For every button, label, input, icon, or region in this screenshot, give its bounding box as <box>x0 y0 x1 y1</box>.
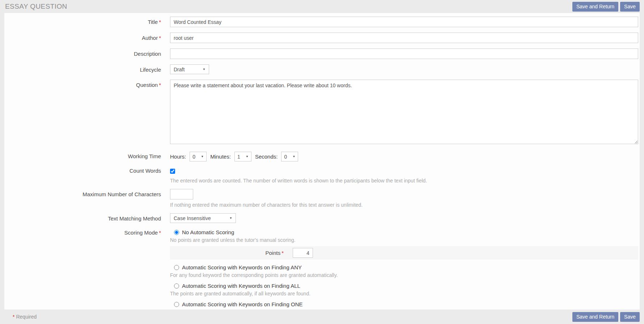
description-row: Description <box>4 49 640 59</box>
count-words-row: Count Words The entered words are counte… <box>4 167 640 184</box>
dropdown-arrow-icon: ▼ <box>293 155 296 158</box>
working-time-row: Working Time Hours: 0 ▼ Minutes: 1 ▼ Sec… <box>4 151 640 161</box>
max-characters-help: If nothing entered the maximum number of… <box>170 202 638 208</box>
scoring-option-keywords-one: Automatic Scoring with Keywords on Findi… <box>170 301 638 310</box>
description-input[interactable] <box>170 49 638 59</box>
author-input[interactable] <box>170 33 638 43</box>
keywords-any-help: For any found keyword the corresponding … <box>170 272 638 278</box>
question-row: Question* <box>4 80 640 146</box>
dropdown-arrow-icon: ▼ <box>229 216 232 220</box>
no-automatic-scoring-help: No points are granted unless the tutor's… <box>170 237 638 243</box>
scoring-mode-label: Scoring Mode* <box>4 228 161 310</box>
dropdown-arrow-icon: ▼ <box>246 155 249 158</box>
author-row: Author* <box>4 33 640 43</box>
title-row: Title* <box>4 17 640 27</box>
question-label: Question* <box>4 80 161 146</box>
top-toolbar: ESSAY QUESTION Save and Return Save <box>0 0 644 13</box>
count-words-help: The entered words are counted. The numbe… <box>170 178 638 184</box>
scoring-mode-row: Scoring Mode* No Automatic Scoring No po… <box>4 228 640 310</box>
text-matching-selected-value: Case Insensitive <box>174 215 211 221</box>
dropdown-arrow-icon: ▼ <box>201 155 204 158</box>
hours-label: Hours: <box>170 153 186 160</box>
top-button-group: Save and Return Save <box>572 2 640 12</box>
no-automatic-scoring-label[interactable]: No Automatic Scoring <box>182 229 234 235</box>
text-matching-label: Text Matching Method <box>4 213 161 223</box>
text-matching-select[interactable]: Case Insensitive ▼ <box>170 213 236 223</box>
lifecycle-selected-value: Draft <box>174 67 185 72</box>
keywords-any-radio[interactable] <box>174 265 179 270</box>
keywords-one-help: The points are granted automatically, if… <box>170 309 638 310</box>
minutes-label: Minutes: <box>210 153 231 160</box>
required-asterisk: * <box>13 314 14 320</box>
essay-question-form: Title* Author* Description Lifecycle Dra… <box>4 13 640 310</box>
required-asterisk: * <box>281 250 284 256</box>
count-words-label: Count Words <box>4 167 161 184</box>
keywords-one-label[interactable]: Automatic Scoring with Keywords on Findi… <box>182 301 302 307</box>
seconds-value: 0 <box>284 154 287 160</box>
keywords-any-label[interactable]: Automatic Scoring with Keywords on Findi… <box>182 264 302 270</box>
required-asterisk: * <box>159 19 161 25</box>
minutes-value: 1 <box>237 154 240 160</box>
hours-value: 0 <box>192 154 195 160</box>
lifecycle-select[interactable]: Draft ▼ <box>170 64 209 74</box>
required-asterisk: * <box>159 35 161 41</box>
lifecycle-row: Lifecycle Draft ▼ <box>4 64 640 74</box>
title-label: Title* <box>4 17 161 27</box>
keywords-all-help: The points are granted automatically, if… <box>170 291 638 296</box>
required-asterisk: * <box>159 82 161 88</box>
hours-select[interactable]: 0 ▼ <box>190 152 207 161</box>
working-time-label: Working Time <box>4 151 161 161</box>
save-and-return-button[interactable]: Save and Return <box>572 312 618 322</box>
count-words-checkbox[interactable] <box>170 169 175 174</box>
description-label: Description <box>4 49 161 59</box>
max-characters-label: Maximum Number of Characters <box>4 189 161 208</box>
save-button[interactable]: Save <box>620 2 640 12</box>
keywords-all-label[interactable]: Automatic Scoring with Keywords on Findi… <box>182 283 300 289</box>
lifecycle-label: Lifecycle <box>4 64 161 74</box>
no-automatic-scoring-radio[interactable] <box>174 230 179 235</box>
save-and-return-button[interactable]: Save and Return <box>572 2 618 12</box>
points-input[interactable] <box>293 248 313 258</box>
title-input[interactable] <box>170 17 638 27</box>
scoring-option-no-automatic: No Automatic Scoring No points are grant… <box>170 229 638 260</box>
page-title: ESSAY QUESTION <box>5 3 67 10</box>
bottom-toolbar: *Required Save and Return Save <box>0 310 644 324</box>
scoring-option-keywords-any: Automatic Scoring with Keywords on Findi… <box>170 264 638 278</box>
required-asterisk: * <box>159 230 161 236</box>
keywords-all-radio[interactable] <box>174 283 179 289</box>
points-label: Points* <box>170 250 284 256</box>
text-matching-row: Text Matching Method Case Insensitive ▼ <box>4 213 640 223</box>
minutes-select[interactable]: 1 ▼ <box>234 152 251 161</box>
save-button[interactable]: Save <box>620 312 640 322</box>
question-textarea[interactable] <box>170 80 638 144</box>
max-characters-input[interactable] <box>170 189 193 199</box>
scoring-option-keywords-all: Automatic Scoring with Keywords on Findi… <box>170 283 638 296</box>
seconds-label: Seconds: <box>255 153 278 160</box>
required-note: *Required <box>13 314 37 320</box>
seconds-select[interactable]: 0 ▼ <box>281 152 298 161</box>
points-subpanel: Points* <box>170 246 638 260</box>
author-label: Author* <box>4 33 161 43</box>
bottom-button-group: Save and Return Save <box>572 312 640 322</box>
max-characters-row: Maximum Number of Characters If nothing … <box>4 189 640 208</box>
dropdown-arrow-icon: ▼ <box>203 68 206 71</box>
keywords-one-radio[interactable] <box>174 302 179 307</box>
